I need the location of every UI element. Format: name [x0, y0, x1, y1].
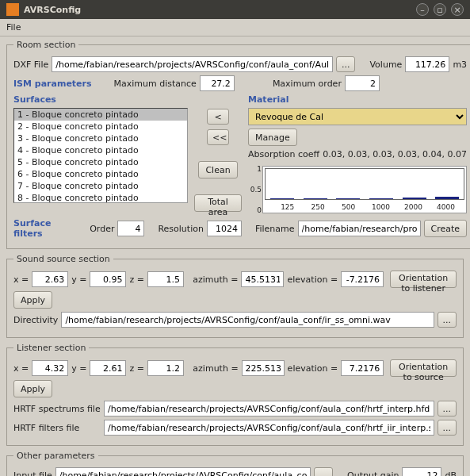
ss-y-field[interactable] — [90, 271, 126, 287]
input-file-browse-button[interactable]: ... — [314, 467, 334, 476]
volume-label: Volume — [369, 60, 402, 70]
menu-file[interactable]: File — [6, 22, 21, 33]
ss-x-field[interactable] — [32, 271, 68, 287]
dxf-label: DXF File — [13, 60, 48, 70]
surfaces-label: Surfaces — [13, 94, 188, 105]
resolution-field[interactable] — [207, 221, 242, 236]
list-item[interactable]: 2 - Bloque concreto pintado — [14, 121, 187, 132]
hrtf-filt-label: HRTF filters file — [13, 423, 101, 433]
list-item[interactable]: 6 - Bloque concreto pintado — [14, 168, 187, 180]
ss-y-label: y = — [71, 274, 86, 285]
window-title: AVRSConfig — [24, 5, 411, 15]
chart-bar — [304, 198, 327, 199]
surfaces-list[interactable]: 1 - Bloque concreto pintado2 - Bloque co… — [13, 108, 188, 203]
ytick-0: 0 — [257, 206, 262, 214]
maxdist-label: Maximum distance — [114, 79, 197, 89]
clean-button[interactable]: Clean — [198, 161, 237, 178]
hrtf-spec-field[interactable] — [104, 401, 434, 416]
chart-bar — [336, 198, 360, 199]
resolution-label: Resolution — [158, 224, 203, 234]
maxorder-label: Maximum order — [273, 79, 342, 89]
directivity-field[interactable] — [61, 312, 434, 328]
minimize-icon[interactable]: – — [416, 3, 429, 16]
room-section: Room section DXF File ... Volume m3 ISM … — [6, 40, 470, 249]
ytick-05: 0.5 — [250, 186, 262, 194]
material-select[interactable]: Revoque de Cal — [248, 108, 467, 125]
gain-unit: dB — [445, 470, 457, 477]
orient-listener-button[interactable]: Orientation to listener — [390, 271, 457, 288]
material-label: Material — [248, 94, 467, 105]
ls-z-label: z = — [129, 363, 144, 374]
ss-z-label: z = — [129, 274, 144, 285]
ss-az-field[interactable] — [241, 271, 284, 287]
gain-field[interactable] — [402, 467, 441, 476]
ism-label: ISM parameters — [13, 79, 92, 89]
xtick-4000: 4000 — [437, 203, 455, 211]
chart-bar — [270, 198, 294, 199]
ls-az-field[interactable] — [242, 360, 285, 376]
dxf-path-input[interactable] — [52, 56, 333, 72]
hrtf-filt-browse-button[interactable]: ... — [438, 420, 457, 436]
filename-label: Filename — [255, 224, 295, 234]
app-icon — [6, 3, 19, 16]
directivity-browse-button[interactable]: ... — [438, 312, 457, 328]
abs-label: Absorption coeff — [248, 149, 319, 159]
ls-y-field[interactable] — [90, 360, 126, 376]
sound-legend: Sound source section — [13, 254, 113, 264]
ss-z-field[interactable] — [147, 271, 184, 287]
order-label: Order — [90, 224, 114, 234]
chart-bar — [435, 197, 459, 199]
xtick-500: 500 — [342, 203, 355, 211]
room-legend: Room section — [13, 40, 78, 50]
manage-button[interactable]: Manage — [248, 129, 297, 146]
list-item[interactable]: 4 - Bloque concreto pintado — [14, 144, 187, 156]
maxdist-field[interactable] — [200, 75, 235, 91]
xtick-1000: 1000 — [372, 203, 390, 211]
menubar: File — [0, 19, 470, 36]
ls-apply-button[interactable]: Apply — [13, 380, 52, 397]
hrtf-spec-label: HRTF spectrums file — [13, 404, 101, 414]
input-file-label: Input file — [13, 470, 52, 477]
list-item[interactable]: 3 - Bloque concreto pintado — [14, 132, 187, 144]
other-legend: Other parameters — [13, 451, 98, 461]
ls-el-field[interactable] — [341, 360, 384, 376]
orient-source-button[interactable]: Orientation to source — [390, 359, 457, 377]
xtick-125: 125 — [281, 203, 294, 211]
list-item[interactable]: 1 - Bloque concreto pintado — [14, 109, 187, 121]
total-area-button[interactable]: Total area — [194, 194, 242, 212]
maximize-icon[interactable]: ▫ — [434, 3, 446, 16]
filename-field[interactable] — [298, 221, 421, 236]
input-file-field[interactable] — [55, 467, 311, 476]
ls-az-label: azimuth = — [193, 363, 238, 374]
much-less-button[interactable]: << — [207, 129, 229, 145]
ss-az-label: azimuth = — [193, 274, 238, 285]
hrtf-filt-field[interactable] — [104, 420, 434, 436]
listener-section: Listener section x = y = z = azimuth = e… — [6, 343, 464, 446]
hrtf-spec-browse-button[interactable]: ... — [438, 401, 457, 416]
list-item[interactable]: 8 - Bloque concreto pintado — [14, 192, 187, 203]
list-item[interactable]: 7 - Bloque concreto pintado — [14, 180, 187, 192]
volume-field[interactable] — [405, 56, 449, 72]
titlebar: AVRSConfig – ▫ × — [0, 0, 470, 19]
dxf-browse-button[interactable]: ... — [336, 56, 356, 72]
chart-bar — [403, 198, 426, 199]
ss-el-field[interactable] — [341, 271, 384, 287]
order-field[interactable] — [117, 221, 144, 236]
sound-section: Sound source section x = y = z = azimuth… — [6, 254, 464, 338]
list-item[interactable]: 5 - Bloque concreto pintado — [14, 156, 187, 168]
less-button[interactable]: < — [207, 109, 229, 125]
filters-label: Surface filters — [13, 218, 76, 239]
maxorder-field[interactable] — [345, 75, 380, 91]
close-icon[interactable]: × — [451, 3, 464, 16]
ss-apply-button[interactable]: Apply — [13, 291, 52, 309]
ls-x-field[interactable] — [32, 360, 68, 376]
xtick-250: 250 — [311, 203, 325, 211]
directivity-label: Directivity — [13, 315, 58, 325]
create-button[interactable]: Create — [424, 220, 468, 237]
ls-z-field[interactable] — [147, 360, 184, 376]
xtick-2000: 2000 — [404, 203, 422, 211]
gain-label: Output gain — [347, 470, 399, 477]
listener-legend: Listener section — [13, 343, 89, 353]
ls-y-label: y = — [71, 363, 86, 374]
volume-unit: m3 — [453, 60, 467, 70]
